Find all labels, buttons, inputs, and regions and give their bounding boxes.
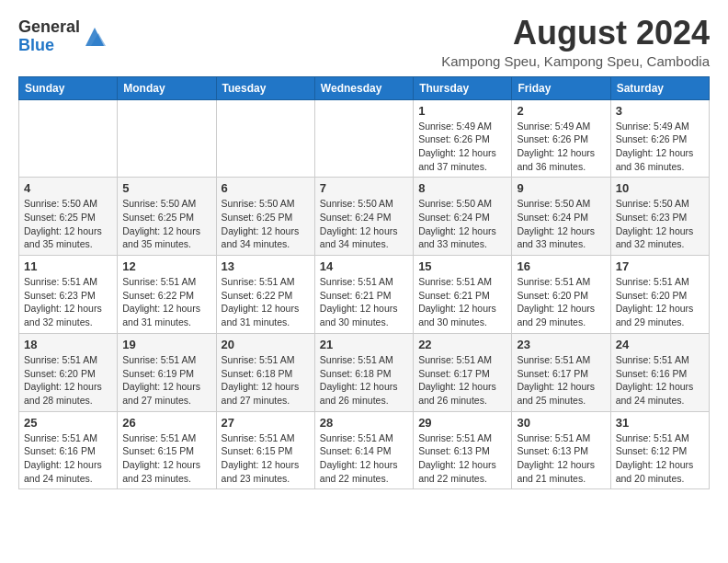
cell-info-text: Sunrise: 5:49 AMSunset: 6:26 PMDaylight:… [616,120,704,174]
cell-info-text: Sunrise: 5:50 AMSunset: 6:25 PMDaylight:… [222,197,310,251]
calendar-cell: 12Sunrise: 5:51 AMSunset: 6:22 PMDayligh… [118,256,216,334]
calendar-cell: 27Sunrise: 5:51 AMSunset: 6:15 PMDayligh… [216,411,314,489]
cell-date-number: 29 [418,416,506,430]
cell-info-text: Sunrise: 5:51 AMSunset: 6:16 PMDaylight:… [24,431,112,486]
day-header-sunday: Sunday [19,76,118,99]
day-header-friday: Friday [512,76,610,99]
cell-date-number: 30 [517,416,605,430]
calendar-cell: 13Sunrise: 5:51 AMSunset: 6:22 PMDayligh… [216,256,314,334]
calendar-cell: 30Sunrise: 5:51 AMSunset: 6:13 PMDayligh… [512,411,610,489]
cell-date-number: 1 [418,104,506,118]
calendar-cell: 19Sunrise: 5:51 AMSunset: 6:19 PMDayligh… [118,333,216,411]
cell-info-text: Sunrise: 5:51 AMSunset: 6:21 PMDaylight:… [320,275,408,329]
cell-info-text: Sunrise: 5:49 AMSunset: 6:26 PMDaylight:… [418,120,506,174]
calendar-cell: 8Sunrise: 5:50 AMSunset: 6:24 PMDaylight… [414,178,512,256]
calendar-cell: 18Sunrise: 5:51 AMSunset: 6:20 PMDayligh… [19,333,118,411]
calendar-cell: 9Sunrise: 5:50 AMSunset: 6:24 PMDaylight… [512,178,610,256]
calendar-cell: 17Sunrise: 5:51 AMSunset: 6:20 PMDayligh… [610,256,709,334]
cell-info-text: Sunrise: 5:51 AMSunset: 6:21 PMDaylight:… [418,275,506,329]
cell-info-text: Sunrise: 5:50 AMSunset: 6:24 PMDaylight:… [418,197,506,251]
cell-date-number: 19 [122,338,210,351]
cell-info-text: Sunrise: 5:50 AMSunset: 6:24 PMDaylight:… [517,197,605,251]
cell-date-number: 20 [222,338,310,351]
calendar-week-row: 25Sunrise: 5:51 AMSunset: 6:16 PMDayligh… [19,411,710,489]
cell-info-text: Sunrise: 5:50 AMSunset: 6:23 PMDaylight:… [616,197,704,251]
cell-date-number: 3 [616,104,704,118]
cell-date-number: 6 [222,181,310,195]
cell-date-number: 17 [616,259,704,273]
calendar-week-row: 18Sunrise: 5:51 AMSunset: 6:20 PMDayligh… [19,333,710,411]
logo-icon [82,24,108,50]
cell-date-number: 7 [320,181,408,195]
calendar-cell: 3Sunrise: 5:49 AMSunset: 6:26 PMDaylight… [610,99,709,178]
day-header-saturday: Saturday [610,76,709,99]
calendar-cell [216,99,314,178]
calendar-cell: 21Sunrise: 5:51 AMSunset: 6:18 PMDayligh… [314,333,413,411]
cell-date-number: 2 [517,104,605,118]
cell-date-number: 27 [222,416,310,430]
logo-general: General [18,18,80,37]
cell-date-number: 12 [122,259,210,273]
cell-info-text: Sunrise: 5:51 AMSunset: 6:15 PMDaylight:… [122,431,210,486]
cell-date-number: 16 [517,259,605,273]
calendar-cell: 1Sunrise: 5:49 AMSunset: 6:26 PMDaylight… [414,99,512,178]
calendar-week-row: 11Sunrise: 5:51 AMSunset: 6:23 PMDayligh… [19,256,710,334]
main-title: August 2024 [441,15,710,52]
calendar-table: SundayMondayTuesdayWednesdayThursdayFrid… [18,76,710,490]
cell-info-text: Sunrise: 5:51 AMSunset: 6:14 PMDaylight:… [320,431,408,486]
cell-date-number: 13 [222,259,310,273]
cell-info-text: Sunrise: 5:51 AMSunset: 6:15 PMDaylight:… [222,431,310,486]
cell-date-number: 24 [616,338,704,351]
cell-date-number: 31 [616,416,704,430]
cell-info-text: Sunrise: 5:51 AMSunset: 6:22 PMDaylight:… [222,275,310,329]
cell-info-text: Sunrise: 5:49 AMSunset: 6:26 PMDaylight:… [517,120,605,174]
page-header: General Blue August 2024 Kampong Speu, K… [18,15,710,69]
day-header-thursday: Thursday [414,76,512,99]
cell-info-text: Sunrise: 5:51 AMSunset: 6:17 PMDaylight:… [517,353,605,408]
calendar-cell: 26Sunrise: 5:51 AMSunset: 6:15 PMDayligh… [118,411,216,489]
cell-date-number: 28 [320,416,408,430]
calendar-cell: 10Sunrise: 5:50 AMSunset: 6:23 PMDayligh… [610,178,709,256]
cell-date-number: 22 [418,338,506,351]
calendar-cell: 22Sunrise: 5:51 AMSunset: 6:17 PMDayligh… [414,333,512,411]
calendar-cell: 11Sunrise: 5:51 AMSunset: 6:23 PMDayligh… [19,256,118,334]
calendar-cell: 20Sunrise: 5:51 AMSunset: 6:18 PMDayligh… [216,333,314,411]
calendar-cell: 15Sunrise: 5:51 AMSunset: 6:21 PMDayligh… [414,256,512,334]
cell-date-number: 25 [24,416,112,430]
calendar-week-row: 4Sunrise: 5:50 AMSunset: 6:25 PMDaylight… [19,178,710,256]
logo: General Blue [18,18,108,55]
calendar-cell: 24Sunrise: 5:51 AMSunset: 6:16 PMDayligh… [610,333,709,411]
calendar-cell: 23Sunrise: 5:51 AMSunset: 6:17 PMDayligh… [512,333,610,411]
calendar-header-row: SundayMondayTuesdayWednesdayThursdayFrid… [19,76,710,99]
cell-info-text: Sunrise: 5:51 AMSunset: 6:23 PMDaylight:… [24,275,112,329]
cell-date-number: 10 [616,181,704,195]
day-header-wednesday: Wednesday [314,76,413,99]
calendar-cell [314,99,413,178]
calendar-cell: 5Sunrise: 5:50 AMSunset: 6:25 PMDaylight… [118,178,216,256]
cell-info-text: Sunrise: 5:50 AMSunset: 6:25 PMDaylight:… [122,197,210,251]
cell-date-number: 15 [418,259,506,273]
cell-date-number: 21 [320,338,408,351]
cell-date-number: 4 [24,181,112,195]
calendar-cell: 14Sunrise: 5:51 AMSunset: 6:21 PMDayligh… [314,256,413,334]
calendar-cell: 16Sunrise: 5:51 AMSunset: 6:20 PMDayligh… [512,256,610,334]
cell-date-number: 26 [122,416,210,430]
calendar-cell: 29Sunrise: 5:51 AMSunset: 6:13 PMDayligh… [414,411,512,489]
calendar-cell: 25Sunrise: 5:51 AMSunset: 6:16 PMDayligh… [19,411,118,489]
calendar-cell [118,99,216,178]
cell-info-text: Sunrise: 5:51 AMSunset: 6:18 PMDaylight:… [222,353,310,408]
cell-date-number: 5 [122,181,210,195]
cell-date-number: 23 [517,338,605,351]
cell-date-number: 14 [320,259,408,273]
cell-date-number: 8 [418,181,506,195]
cell-info-text: Sunrise: 5:51 AMSunset: 6:17 PMDaylight:… [418,353,506,408]
calendar-cell: 28Sunrise: 5:51 AMSunset: 6:14 PMDayligh… [314,411,413,489]
calendar-cell: 7Sunrise: 5:50 AMSunset: 6:24 PMDaylight… [314,178,413,256]
cell-info-text: Sunrise: 5:51 AMSunset: 6:12 PMDaylight:… [616,431,704,486]
cell-info-text: Sunrise: 5:51 AMSunset: 6:20 PMDaylight:… [24,353,112,408]
cell-info-text: Sunrise: 5:51 AMSunset: 6:22 PMDaylight:… [122,275,210,329]
cell-info-text: Sunrise: 5:51 AMSunset: 6:19 PMDaylight:… [122,353,210,408]
subtitle: Kampong Speu, Kampong Speu, Cambodia [441,53,710,69]
calendar-cell [19,99,118,178]
cell-date-number: 9 [517,181,605,195]
